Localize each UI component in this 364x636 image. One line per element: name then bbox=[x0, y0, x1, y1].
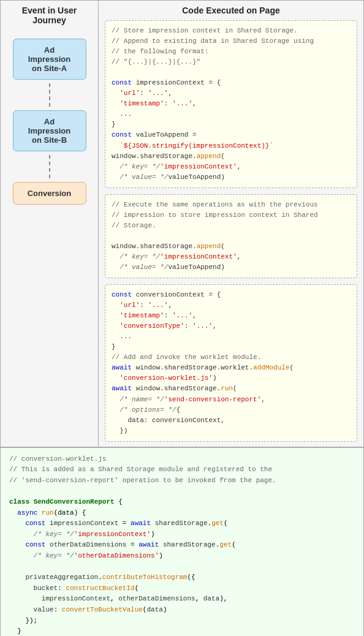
bottom-comment1: // conversion-worklet.js // This is adde… bbox=[9, 455, 276, 484]
main-container: Event in User Journey Ad Impressionon Si… bbox=[0, 0, 364, 636]
bottom-class-keyword: class bbox=[9, 498, 29, 505]
journey-box-ad-impression-b: Ad Impressionon Site-B bbox=[13, 110, 86, 151]
cb1-const1: const bbox=[112, 79, 132, 86]
journey-items: Ad Impressionon Site-A Ad Impressionon S… bbox=[4, 30, 94, 442]
code-blocks: // Store impression context in Shared St… bbox=[105, 20, 357, 442]
code-block-3: const conversionContext = { 'url': '...'… bbox=[105, 284, 357, 442]
left-column: Event in User Journey Ad Impressionon Si… bbox=[1, 1, 99, 447]
right-col-title: Code Executed on Page bbox=[105, 6, 357, 20]
cb2-comment: // Execute the same operations as with t… bbox=[112, 201, 318, 229]
code-block-2: // Execute the same operations as with t… bbox=[105, 194, 357, 278]
dashed-line-1 bbox=[49, 83, 50, 107]
left-col-title: Event in User Journey bbox=[4, 6, 94, 30]
bottom-section: // conversion-worklet.js // This is adde… bbox=[0, 447, 364, 636]
journey-box-ad-impression-a: Ad Impressionon Site-A bbox=[13, 39, 86, 80]
cb1-comment1: // Store impression context in Shared St… bbox=[112, 27, 314, 66]
code-block-1: // Store impression context in Shared St… bbox=[105, 20, 357, 188]
top-section: Event in User Journey Ad Impressionon Si… bbox=[0, 0, 364, 447]
dashed-line-2 bbox=[49, 155, 50, 178]
right-column: Code Executed on Page // Store impressio… bbox=[99, 1, 363, 447]
cb3-const1: const bbox=[112, 291, 132, 298]
journey-box-conversion: Conversion bbox=[13, 182, 86, 205]
